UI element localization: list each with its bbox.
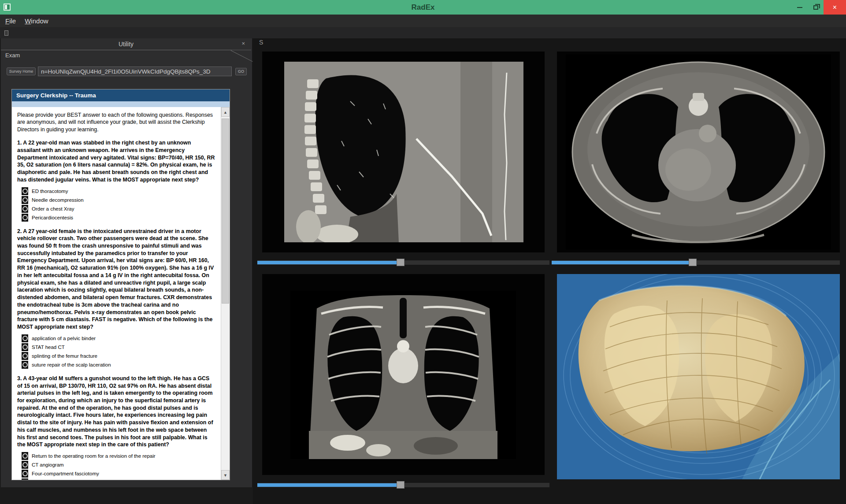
option-label[interactable]: Return to the operating room for a revis… xyxy=(32,453,156,459)
radio-button[interactable] xyxy=(22,470,28,478)
minimize-icon xyxy=(797,7,802,8)
viewport-3d-render[interactable] xyxy=(557,274,840,479)
question-1: 1. A 22 year-old man was stabbed in the … xyxy=(17,139,215,221)
scroll-up-button[interactable]: ▲ xyxy=(221,107,230,117)
survey-home-button[interactable]: Survey Home xyxy=(7,67,36,75)
radio-button[interactable] xyxy=(22,352,28,360)
exam-tab[interactable]: Exam xyxy=(1,50,251,61)
option-row: Four-compartment fasciotomy xyxy=(22,470,215,478)
option-row: CT angiogram xyxy=(22,461,215,469)
question-text: 1. A 22 year-old man was stabbed in the … xyxy=(17,139,215,183)
question-2: 2. A 27 year-old female is the intoxicat… xyxy=(17,228,215,369)
option-label[interactable]: Pericardiocentesis xyxy=(32,215,73,220)
option-label[interactable]: Order a chest Xray xyxy=(32,206,74,211)
option-row: Return to the operating room for a revis… xyxy=(22,452,215,460)
option-row: suture repair of the scalp laceration xyxy=(22,361,215,369)
radio-button[interactable] xyxy=(22,196,28,204)
ct-axial-image xyxy=(566,54,831,250)
menu-window[interactable]: Window xyxy=(25,17,48,25)
close-icon: × xyxy=(833,4,837,11)
ct-sagittal-image xyxy=(284,62,523,242)
survey-title: Surgery Clerkship -- Trauma xyxy=(16,92,96,99)
radio-button[interactable] xyxy=(22,205,28,213)
question-3: 3. A 43-year old M suffers a gunshot wou… xyxy=(17,375,215,480)
option-row: Order a chest Xray xyxy=(22,205,215,213)
slice-slider-axial[interactable] xyxy=(552,260,840,265)
toolbar-grip-icon xyxy=(4,30,8,36)
maximize-button[interactable] xyxy=(808,0,824,15)
radio-button[interactable] xyxy=(22,187,28,195)
viewport-axial[interactable] xyxy=(557,52,840,252)
survey-intro: Please provide your BEST answer to each … xyxy=(17,111,215,133)
option-label[interactable]: splinting of the femur fracture xyxy=(32,353,97,359)
volume-render-image xyxy=(557,274,840,479)
slider-fill xyxy=(257,261,401,264)
question-2-options: application of a pelvic binder STAT head… xyxy=(22,334,215,369)
option-label[interactable]: ED thoracotomy xyxy=(32,189,68,194)
menu-file[interactable]: File xyxy=(5,17,16,25)
survey-body: Please provide your BEST answer to each … xyxy=(12,107,221,480)
slider-handle[interactable] xyxy=(397,259,404,266)
option-row: application of a pelvic binder xyxy=(22,334,215,342)
question-3-options: Return to the operating room for a revis… xyxy=(22,452,215,480)
tab-diagonal xyxy=(231,50,253,62)
series-label: S xyxy=(259,39,263,46)
option-row: Needle decompression xyxy=(22,196,215,204)
exam-tab-label: Exam xyxy=(5,52,20,59)
minimize-button[interactable] xyxy=(792,0,808,15)
app-window: RadEx × File Window Utility × Exam Surve… xyxy=(0,0,846,504)
option-label[interactable]: Four-compartment fasciotomy xyxy=(32,471,99,476)
option-row: Leg elevation and observation xyxy=(22,478,215,480)
titlebar: RadEx × xyxy=(0,0,846,15)
scroll-thumb[interactable] xyxy=(222,119,229,304)
slice-slider-sagittal[interactable] xyxy=(257,260,549,265)
scroll-down-button[interactable]: ▼ xyxy=(221,470,230,480)
url-input[interactable] xyxy=(38,67,232,76)
slice-slider-coronal[interactable] xyxy=(257,483,549,487)
survey-title-bar: Surgery Clerkship -- Trauma xyxy=(12,89,230,101)
toolbar xyxy=(0,28,846,38)
radio-button[interactable] xyxy=(22,214,28,222)
slider-fill xyxy=(257,483,401,487)
survey-subheader-strip xyxy=(12,101,230,107)
slider-handle[interactable] xyxy=(397,481,404,489)
slider-fill xyxy=(552,261,693,264)
go-button[interactable]: GO xyxy=(235,68,247,75)
utility-panel-title: Utility xyxy=(1,38,251,50)
viewport-sagittal[interactable] xyxy=(262,52,545,252)
option-label[interactable]: application of a pelvic binder xyxy=(32,336,96,341)
viewport-coronal[interactable] xyxy=(262,274,545,475)
utility-panel-header: Utility × xyxy=(1,38,251,50)
survey-scrollbar[interactable]: ▲ ▼ xyxy=(221,107,230,480)
radio-button[interactable] xyxy=(22,334,28,342)
close-button[interactable]: × xyxy=(824,0,846,15)
question-1-options: ED thoracotomy Needle decompression Orde… xyxy=(22,187,215,222)
option-label[interactable]: Needle decompression xyxy=(32,197,84,203)
option-row: STAT head CT xyxy=(22,343,215,351)
radio-button[interactable] xyxy=(22,452,28,460)
option-label[interactable]: suture repair of the scalp laceration xyxy=(32,362,111,367)
radio-button[interactable] xyxy=(22,478,28,480)
maximize-icon xyxy=(813,5,818,10)
option-row: ED thoracotomy xyxy=(22,187,215,195)
option-row: Pericardiocentesis xyxy=(22,214,215,222)
menubar: File Window xyxy=(0,15,846,28)
radio-button[interactable] xyxy=(22,361,28,369)
utility-close-icon[interactable]: × xyxy=(241,40,245,47)
option-label[interactable]: STAT head CT xyxy=(32,345,65,350)
radio-button[interactable] xyxy=(22,461,28,469)
option-row: splinting of the femur fracture xyxy=(22,352,215,360)
utility-panel: Utility × Exam Survey Home GO Surgery Cl… xyxy=(1,38,252,487)
survey-frame: Surgery Clerkship -- Trauma Please provi… xyxy=(11,89,230,480)
option-label[interactable]: CT angiogram xyxy=(32,462,64,467)
window-controls: × xyxy=(792,0,846,15)
question-text: 3. A 43-year old M suffers a gunshot wou… xyxy=(17,375,215,448)
ct-coronal-image xyxy=(290,291,516,459)
radio-button[interactable] xyxy=(22,343,28,351)
question-text: 2. A 27 year-old female is the intoxicat… xyxy=(17,228,215,331)
slider-handle[interactable] xyxy=(689,259,697,266)
window-title: RadEx xyxy=(0,3,846,12)
